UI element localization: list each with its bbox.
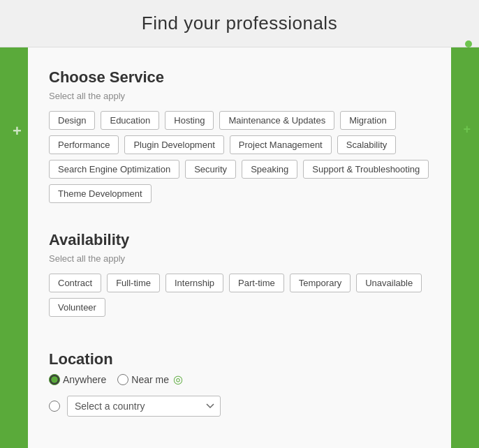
service-tag[interactable]: Maintenance & Updates bbox=[219, 111, 334, 130]
location-icon: ◎ bbox=[173, 373, 183, 386]
anywhere-radio[interactable] bbox=[49, 374, 60, 385]
choose-service-title: Choose Service bbox=[49, 68, 430, 87]
location-title: Location bbox=[49, 350, 430, 368]
service-tag[interactable]: Scalability bbox=[337, 135, 397, 154]
service-tag[interactable]: Migration bbox=[340, 111, 395, 130]
service-tag[interactable]: Theme Development bbox=[49, 184, 152, 203]
service-tag[interactable]: Speaking bbox=[242, 160, 297, 179]
anywhere-label: Anywhere bbox=[63, 374, 106, 385]
service-tag[interactable]: Performance bbox=[49, 135, 119, 154]
service-tag[interactable]: Security bbox=[185, 160, 236, 179]
outer-wrapper: + + Find your professionals Choose Servi… bbox=[0, 0, 479, 448]
availability-tag[interactable]: Contract bbox=[49, 274, 101, 292]
availability-section: Availability Select all the apply Contra… bbox=[49, 231, 430, 317]
service-tag[interactable]: Project Management bbox=[230, 135, 332, 154]
availability-tag[interactable]: Unavailable bbox=[356, 274, 422, 292]
service-tag[interactable]: Design bbox=[49, 111, 95, 130]
section-divider-1 bbox=[49, 209, 430, 231]
section-divider-2 bbox=[49, 322, 430, 345]
availability-tags-container: ContractFull-timeInternshipPart-timeTemp… bbox=[49, 274, 430, 317]
service-tag[interactable]: Plugin Development bbox=[124, 135, 223, 154]
service-tag[interactable]: Search Engine Optimization bbox=[49, 160, 179, 179]
dot-icon-right bbox=[465, 40, 472, 47]
plus-icon-right: + bbox=[463, 122, 471, 137]
anywhere-option[interactable]: Anywhere bbox=[49, 374, 106, 385]
near-me-option[interactable]: Near me ◎ bbox=[117, 373, 183, 386]
country-row: Select a country bbox=[49, 396, 430, 417]
header-bar: Find your professionals bbox=[0, 0, 479, 47]
availability-tag[interactable]: Part-time bbox=[229, 274, 284, 292]
plus-icon-left: + bbox=[13, 122, 22, 140]
page-title: Find your professionals bbox=[0, 13, 479, 34]
availability-title: Availability bbox=[49, 231, 430, 249]
country-select[interactable]: Select a country bbox=[67, 396, 221, 417]
service-tag[interactable]: Support & Troubleshooting bbox=[303, 160, 429, 179]
availability-tag[interactable]: Volunteer bbox=[49, 298, 105, 317]
location-radio-group: Anywhere Near me ◎ bbox=[49, 373, 430, 386]
availability-tag[interactable]: Full-time bbox=[107, 274, 160, 292]
availability-subtitle: Select all the apply bbox=[49, 253, 430, 264]
main-content: Choose Service Select all the apply Desi… bbox=[28, 47, 451, 448]
choose-service-subtitle: Select all the apply bbox=[49, 91, 430, 101]
service-tags-container: DesignEducationHostingMaintenance & Upda… bbox=[49, 111, 430, 203]
near-me-radio[interactable] bbox=[117, 374, 128, 385]
location-section: Location Anywhere Near me ◎ Select a cou… bbox=[49, 350, 430, 417]
service-tag[interactable]: Hosting bbox=[165, 111, 214, 130]
country-select-wrapper: Select a country bbox=[67, 396, 221, 417]
availability-tag[interactable]: Internship bbox=[165, 274, 223, 292]
country-radio[interactable] bbox=[49, 401, 60, 412]
service-tag[interactable]: Education bbox=[101, 111, 159, 130]
choose-service-section: Choose Service Select all the apply Desi… bbox=[49, 68, 430, 203]
availability-tag[interactable]: Temporary bbox=[290, 274, 351, 292]
near-me-label: Near me bbox=[131, 374, 169, 385]
